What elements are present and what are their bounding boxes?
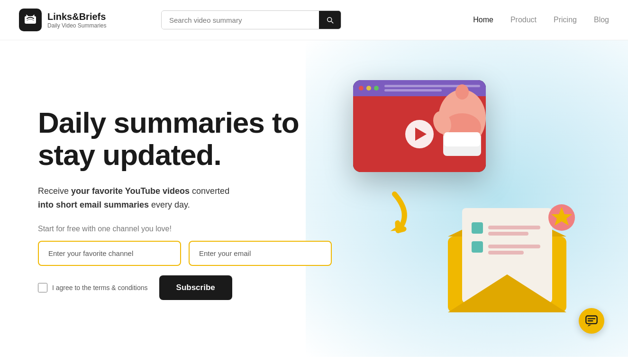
terms-checkbox[interactable] <box>38 283 47 292</box>
logo-icon <box>19 9 42 31</box>
svg-rect-12 <box>472 241 483 253</box>
chat-icon <box>585 314 598 328</box>
terms-checkbox-area: I agree to the terms & conditions <box>38 283 148 292</box>
svg-rect-11 <box>472 222 483 234</box>
subscribe-button[interactable]: Subscribe <box>159 275 232 300</box>
nav-item-product[interactable]: Product <box>510 16 537 24</box>
logo-text-block: Links&Briefs Daily Video Summaries <box>47 11 107 29</box>
envelope-illustration <box>443 180 585 322</box>
hero-illustration <box>306 40 628 357</box>
arrow-3d <box>360 186 426 258</box>
illustration-container <box>334 61 600 336</box>
envelope-svg <box>443 180 585 312</box>
hero-headline-line1: Daily summaries to <box>38 106 299 139</box>
logo-subtitle: Daily Video Summaries <box>47 22 107 29</box>
dot-red <box>359 86 364 91</box>
nav-item-pricing[interactable]: Pricing <box>554 16 577 24</box>
svg-rect-8 <box>444 132 480 146</box>
search-bar <box>161 10 341 29</box>
search-input[interactable] <box>162 11 319 29</box>
main-nav: Home Product Pricing Blog <box>473 16 609 24</box>
logo-title: Links&Briefs <box>47 11 107 22</box>
nav-item-home[interactable]: Home <box>473 16 493 24</box>
terms-label[interactable]: I agree to the terms & conditions <box>52 284 148 291</box>
hand-svg <box>415 61 500 156</box>
dot-yellow <box>366 86 371 91</box>
arrow-svg <box>364 186 427 252</box>
hero-cta-label: Start for free with one channel you love… <box>38 225 332 233</box>
svg-rect-16 <box>488 251 524 255</box>
header: Links&Briefs Daily Video Summaries Home … <box>0 0 628 40</box>
hero-headline-line2: stay updated. <box>38 138 221 171</box>
nav-item-blog[interactable]: Blog <box>594 16 609 24</box>
hero-section: Daily summaries to stay updated. Receive… <box>0 40 628 357</box>
search-icon <box>326 16 334 24</box>
brand-logo-icon <box>24 13 37 27</box>
hand-3d-illustration <box>415 61 500 156</box>
hero-headline: Daily summaries to stay updated. <box>38 107 332 171</box>
channel-input[interactable] <box>38 241 181 266</box>
logo-area: Links&Briefs Daily Video Summaries <box>19 9 123 31</box>
hero-subtext: Receive your favorite YouTube videos con… <box>38 184 332 212</box>
svg-rect-13 <box>488 226 540 229</box>
svg-rect-15 <box>488 245 540 248</box>
hero-bold1: your favorite YouTube videos <box>71 186 190 196</box>
svg-point-7 <box>455 84 469 100</box>
svg-rect-19 <box>586 316 597 324</box>
svg-rect-14 <box>488 232 528 236</box>
chat-bubble[interactable] <box>579 308 604 334</box>
hero-bottom: I agree to the terms & conditions Subscr… <box>38 275 332 300</box>
dot-green <box>374 86 379 91</box>
search-button[interactable] <box>319 11 341 29</box>
hero-left: Daily summaries to stay updated. Receive… <box>38 107 332 300</box>
hero-inputs <box>38 241 332 266</box>
hero-bold2: into short email summaries <box>38 200 149 209</box>
